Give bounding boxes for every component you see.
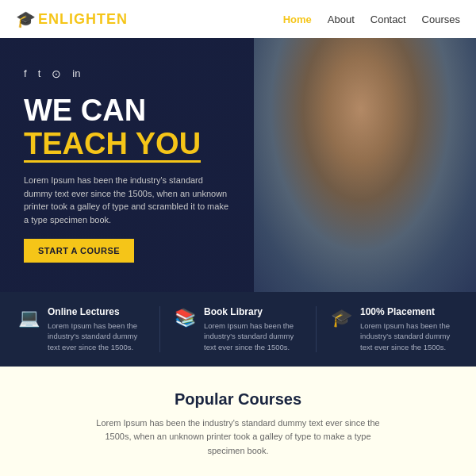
popular-courses-title: Popular Courses [16, 390, 460, 409]
feature-title-lectures: Online Lectures [48, 306, 145, 317]
nav-link-home[interactable]: Home [283, 13, 312, 25]
laptop-icon: 💻 [18, 308, 40, 328]
feature-text-library: Book Library Lorem Ipsum has been the in… [204, 306, 301, 352]
placement-icon: 🎓 [331, 308, 352, 328]
linkedin-icon[interactable]: in [72, 67, 80, 80]
hero-section: f t ⊙ in WE CAN TEACH YOU Lorem Ipsum ha… [0, 38, 476, 292]
divider-2 [316, 306, 317, 352]
hero-description: Lorem Ipsum has been the industry's stan… [24, 174, 230, 226]
hero-title-line1: WE CAN [24, 94, 230, 128]
features-bar: 💻 Online Lectures Lorem Ipsum has been t… [0, 292, 476, 367]
hero-person-image [254, 38, 476, 292]
nav-item-contact[interactable]: Contact [370, 13, 406, 25]
twitter-icon[interactable]: t [38, 67, 41, 80]
popular-courses-description: Lorem Ipsum has been the industry's stan… [87, 416, 389, 459]
divider-1 [159, 306, 160, 352]
feature-desc-placement: Lorem Ipsum has been the industry's stan… [360, 321, 458, 352]
nav-item-about[interactable]: About [328, 13, 355, 25]
nav-item-courses[interactable]: Courses [422, 13, 460, 25]
nav-link-about[interactable]: About [328, 13, 355, 25]
feature-online-lectures: 💻 Online Lectures Lorem Ipsum has been t… [18, 306, 145, 352]
navbar: 🎓 ENLIGHTEN Home About Contact Courses [0, 0, 476, 38]
feature-title-library: Book Library [204, 306, 301, 317]
facebook-icon[interactable]: f [24, 67, 27, 80]
logo-hat-icon: 🎓 [16, 10, 36, 29]
social-icons: f t ⊙ in [24, 67, 230, 80]
feature-desc-library: Lorem Ipsum has been the industry's stan… [204, 321, 301, 352]
instagram-icon[interactable]: ⊙ [52, 67, 61, 80]
logo-text: ENLIGHTEN [38, 11, 128, 28]
nav-links: Home About Contact Courses [283, 13, 460, 25]
logo-highlight: ENLIGHT [38, 11, 106, 27]
hero-content: f t ⊙ in WE CAN TEACH YOU Lorem Ipsum ha… [0, 44, 254, 287]
feature-desc-lectures: Lorem Ipsum has been the industry's stan… [48, 321, 145, 352]
hero-title-line2: TEACH YOU [24, 128, 201, 163]
nav-link-contact[interactable]: Contact [370, 13, 406, 25]
nav-item-home[interactable]: Home [283, 13, 312, 25]
start-course-button[interactable]: START A COURSE [24, 239, 134, 263]
feature-text-placement: 100% Placement Lorem Ipsum has been the … [360, 306, 458, 352]
nav-link-courses[interactable]: Courses [422, 13, 460, 25]
feature-book-library: 📚 Book Library Lorem Ipsum has been the … [175, 306, 301, 352]
feature-title-placement: 100% Placement [360, 306, 458, 317]
book-icon: 📚 [175, 308, 196, 328]
logo: 🎓 ENLIGHTEN [16, 10, 128, 29]
feature-text-lectures: Online Lectures Lorem Ipsum has been the… [48, 306, 145, 352]
popular-courses-section: Popular Courses Lorem Ipsum has been the… [0, 367, 476, 476]
feature-placement: 🎓 100% Placement Lorem Ipsum has been th… [331, 306, 458, 352]
